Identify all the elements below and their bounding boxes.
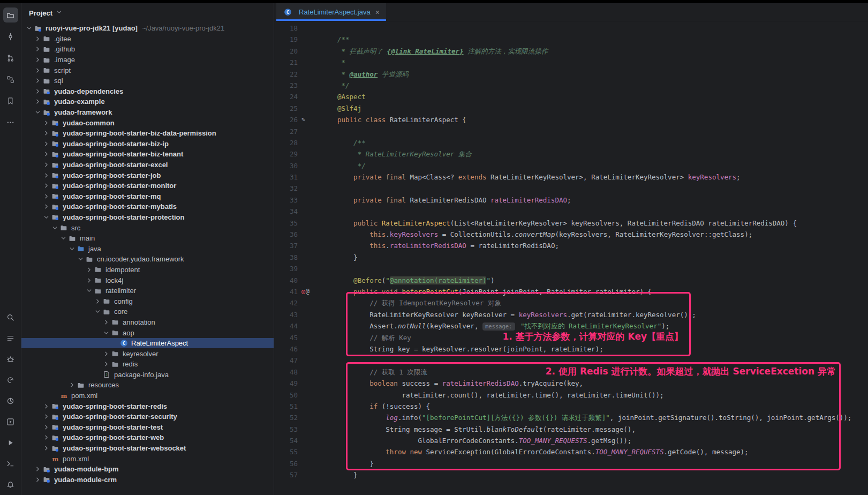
- chevron-right-icon[interactable]: [42, 445, 50, 452]
- tree-item-yudao-spring-boot-starter-job[interactable]: yudao-spring-boot-starter-job: [21, 170, 274, 181]
- code-line-30[interactable]: 30 */: [274, 160, 868, 171]
- line-number[interactable]: 41: [274, 286, 298, 297]
- tree-item-yudao-spring-boot-starter-web[interactable]: yudao-spring-boot-starter-web: [21, 432, 274, 443]
- tab-ratelimiteraspect-java[interactable]: C RateLimiterAspect.java ×: [276, 3, 386, 21]
- tree-item-yudao-spring-boot-starter-mq[interactable]: yudao-spring-boot-starter-mq: [21, 191, 274, 202]
- line-number[interactable]: 24: [274, 91, 298, 102]
- chevron-right-icon[interactable]: [93, 298, 102, 305]
- line-number[interactable]: 26: [274, 114, 298, 125]
- code-line-42[interactable]: 42 // 获得 IdempotentKeyResolver 对象: [274, 297, 868, 309]
- code-line-40[interactable]: 40 @Before("@annotation(rateLimiter)"): [274, 275, 868, 286]
- code-line-54[interactable]: 54 GlobalErrorCodeConstants.TOO_MANY_REQ…: [274, 435, 868, 446]
- project-icon[interactable]: [3, 8, 18, 22]
- tree-item-resources[interactable]: resources: [21, 380, 274, 391]
- tree-item-idempotent[interactable]: idempotent: [21, 265, 274, 275]
- line-number[interactable]: 45: [274, 332, 298, 343]
- chevron-right-icon[interactable]: [42, 172, 50, 179]
- code-line-53[interactable]: 53 String message = StrUtil.blankToDefau…: [274, 424, 868, 435]
- code-line-43[interactable]: 43 RateLimiterKeyResolver keyResolver = …: [274, 309, 868, 320]
- profiler-icon[interactable]: [3, 372, 18, 387]
- line-number[interactable]: 44: [274, 320, 298, 332]
- code-line-49[interactable]: 49 boolean success = rateLimiterRedisDAO…: [274, 378, 868, 389]
- code-line-26[interactable]: 26✎public class RateLimiterAspect {: [274, 114, 868, 125]
- tree-item-yudao-spring-boot-starter-biz-ip[interactable]: yudao-spring-boot-starter-biz-ip: [21, 139, 274, 149]
- code-line-50[interactable]: 50 rateLimiter.count(), rateLimiter.time…: [274, 389, 868, 401]
- tree-item-core[interactable]: core: [21, 306, 274, 317]
- tree-item-image[interactable]: .image: [21, 55, 274, 65]
- line-number[interactable]: 36: [274, 229, 298, 240]
- code-line-45[interactable]: 45 // 解析 Key: [274, 332, 868, 343]
- chevron-right-icon[interactable]: [85, 266, 93, 273]
- line-number[interactable]: 43: [274, 309, 298, 320]
- tree-item-config[interactable]: config: [21, 296, 274, 306]
- tree-item-ratelimiteraspect[interactable]: CRateLimiterAspect: [21, 338, 274, 349]
- code-line-55[interactable]: 55 throw new ServiceException(GlobalErro…: [274, 446, 868, 458]
- chevron-right-icon[interactable]: [85, 277, 93, 284]
- project-panel-header[interactable]: Project: [21, 3, 274, 22]
- line-number[interactable]: 33: [274, 194, 298, 206]
- chevron-right-icon[interactable]: [42, 119, 50, 126]
- code-editor[interactable]: 1. 基于方法参数，计算对应的 Key【重点】 2. 使用 Redis 进行计数…: [274, 21, 868, 495]
- line-number[interactable]: 31: [274, 171, 298, 183]
- line-number[interactable]: 48: [274, 366, 298, 378]
- code-line-33[interactable]: 33 private final RateLimiterRedisDAO rat…: [274, 194, 868, 206]
- chevron-down-icon[interactable]: [25, 25, 33, 32]
- chevron-right-icon[interactable]: [67, 381, 76, 388]
- gutter-pen-icon[interactable]: ✎: [298, 114, 316, 125]
- chevron-down-icon[interactable]: [42, 214, 50, 221]
- tree-item-yudao-spring-boot-starter-protection[interactable]: yudao-spring-boot-starter-protection: [21, 212, 274, 223]
- chevron-down-icon[interactable]: [67, 245, 76, 252]
- line-number[interactable]: 21: [274, 57, 298, 68]
- tree-item-yudao-spring-boot-starter-monitor[interactable]: yudao-spring-boot-starter-monitor: [21, 181, 274, 191]
- code-line-27[interactable]: 27: [274, 126, 868, 137]
- chevron-right-icon[interactable]: [102, 361, 110, 368]
- tree-item-yudao-spring-boot-starter-redis[interactable]: yudao-spring-boot-starter-redis: [21, 401, 274, 411]
- line-number[interactable]: 54: [274, 435, 298, 446]
- line-number[interactable]: 37: [274, 240, 298, 251]
- commit-icon[interactable]: [3, 29, 18, 44]
- tree-item-redis[interactable]: redis: [21, 359, 274, 370]
- tree-item-yudao-dependencies[interactable]: yudao-dependencies: [21, 86, 274, 97]
- more-icon[interactable]: [3, 115, 18, 130]
- tree-item-yudao-spring-boot-starter-excel[interactable]: yudao-spring-boot-starter-excel: [21, 160, 274, 170]
- bookmarks-icon[interactable]: [3, 93, 18, 108]
- chevron-right-icon[interactable]: [42, 403, 50, 410]
- gutter-advice-at-icon[interactable]: ◎@: [298, 286, 316, 297]
- code-line-35[interactable]: 35 public RateLimiterAspect(List<RateLim…: [274, 218, 868, 229]
- code-line-37[interactable]: 37 this.rateLimiterRedisDAO = rateLimite…: [274, 240, 868, 251]
- tree-item-cn-iocoder-yudao-framework[interactable]: cn.iocoder.yudao.framework: [21, 254, 274, 265]
- chevron-down-icon[interactable]: [59, 235, 67, 242]
- chevron-right-icon[interactable]: [42, 140, 50, 147]
- tree-item-yudao-spring-boot-starter-biz-tenant[interactable]: yudao-spring-boot-starter-biz-tenant: [21, 149, 274, 160]
- line-number[interactable]: 52: [274, 412, 298, 423]
- code-line-20[interactable]: 20 * 拦截声明了 {@link RateLimiter} 注解的方法，实现限…: [274, 46, 868, 57]
- tree-item-pom-xml[interactable]: mpom.xml: [21, 453, 274, 464]
- chevron-right-icon[interactable]: [33, 56, 42, 63]
- chevron-right-icon[interactable]: [42, 182, 50, 189]
- tree-item-gitee[interactable]: .gitee: [21, 34, 274, 44]
- chevron-down-icon[interactable]: [56, 9, 63, 17]
- tree-item-lock4j[interactable]: lock4j: [21, 275, 274, 286]
- line-number[interactable]: 47: [274, 355, 298, 366]
- code-line-21[interactable]: 21 *: [274, 57, 868, 68]
- code-line-39[interactable]: 39: [274, 263, 868, 274]
- chevron-right-icon[interactable]: [33, 466, 42, 472]
- chevron-right-icon[interactable]: [102, 319, 110, 326]
- tree-item-yudao-spring-boot-starter-mybatis[interactable]: yudao-spring-boot-starter-mybatis: [21, 201, 274, 212]
- tree-item-github[interactable]: .github: [21, 44, 274, 55]
- code-line-52[interactable]: 52 log.info("[beforePointCut][方法({}) 参数(…: [274, 412, 868, 423]
- search-icon[interactable]: [3, 310, 18, 325]
- chevron-right-icon[interactable]: [33, 476, 42, 483]
- line-number[interactable]: 27: [274, 126, 298, 137]
- line-number[interactable]: 20: [274, 46, 298, 57]
- code-line-29[interactable]: 29 * RateLimiterKeyResolver 集合: [274, 148, 868, 160]
- code-line-23[interactable]: 23 */: [274, 80, 868, 91]
- tree-item-yudao-framework[interactable]: yudao-framework: [21, 107, 274, 118]
- line-number[interactable]: 19: [274, 34, 298, 45]
- tree-item-yudao-common[interactable]: yudao-common: [21, 117, 274, 128]
- pull-requests-icon[interactable]: [3, 50, 18, 65]
- tree-item-sql[interactable]: sql: [21, 76, 274, 86]
- code-line-22[interactable]: 22 * @author 芋道源码: [274, 69, 868, 80]
- line-number[interactable]: 22: [274, 69, 298, 80]
- line-number[interactable]: 53: [274, 424, 298, 435]
